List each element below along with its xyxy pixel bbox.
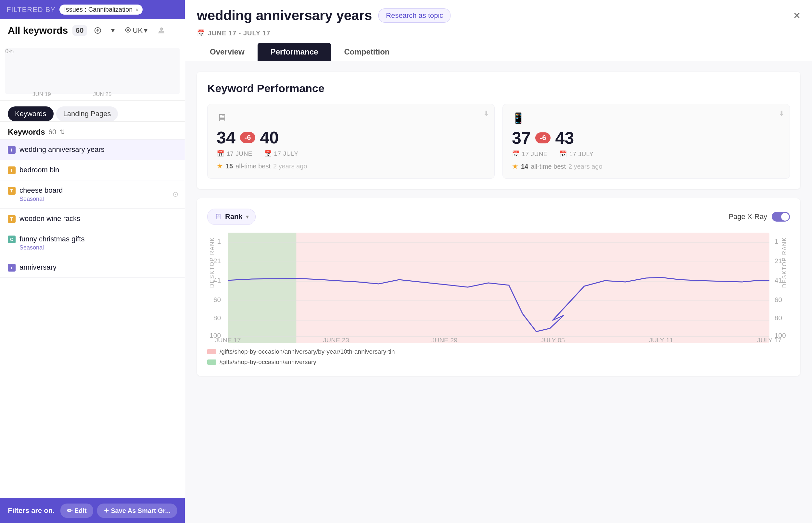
mobile-metric-numbers: 37 -6 43 <box>512 128 780 148</box>
svg-point-2 <box>160 28 163 31</box>
cal-small-icon4: 📅 <box>559 150 567 158</box>
keywords-section-count: 60 <box>48 128 56 136</box>
kw-name: wooden wine racks <box>19 214 80 223</box>
svg-text:JUNE 29: JUNE 29 <box>431 337 457 343</box>
desktop-small-icon: 🖥 <box>214 212 222 221</box>
legend-text-2: /gifts/shop-by-occasion/anniversary <box>220 359 316 366</box>
desktop-end-val: 40 <box>260 128 279 147</box>
mobile-metric-card: 📱 37 -6 43 📅 17 JUNE 📅 17 JULY <box>502 104 790 179</box>
legend-item-1: /gifts/shop-by-occasion/anniversary/by-y… <box>207 348 790 355</box>
right-panel: wedding anniversary years Research as to… <box>185 0 812 523</box>
detail-title: wedding anniversary years <box>197 8 372 23</box>
kw-badge-t: T <box>8 187 16 195</box>
svg-point-1 <box>127 29 129 31</box>
svg-text:60: 60 <box>775 296 782 303</box>
location-button[interactable]: UK ▾ <box>122 25 150 36</box>
rank-chart-svg: 1 21 41 60 80 100 1 21 41 60 80 100 JUNE… <box>207 233 790 343</box>
close-filter-icon[interactable]: × <box>135 7 139 13</box>
rank-chevron-down: ▾ <box>246 213 249 220</box>
tab-competition[interactable]: Competition <box>331 43 402 61</box>
svg-text:1: 1 <box>217 238 221 245</box>
svg-text:JUNE 17: JUNE 17 <box>215 337 241 343</box>
filter-chip[interactable]: Issues : Cannibalization × <box>59 4 143 15</box>
calendar-icon: 📅 <box>197 29 205 37</box>
desktop-icon: 🖥 <box>217 112 485 124</box>
kw-tag: Seasonal <box>19 244 85 251</box>
kw-name: bedroom bin <box>19 166 59 174</box>
svg-text:80: 80 <box>213 314 221 322</box>
svg-text:JULY 11: JULY 11 <box>649 337 673 343</box>
mobile-start-date: 📅 17 JUNE <box>512 150 548 158</box>
detail-tabs: Overview Performance Competition <box>197 43 800 61</box>
tab-landing-pages[interactable]: Landing Pages <box>56 106 118 121</box>
desktop-start-date: 📅 17 JUNE <box>217 150 253 157</box>
mobile-best-ago: 2 years ago <box>568 163 603 170</box>
detail-header: wedding anniversary years Research as to… <box>185 0 812 61</box>
list-item[interactable]: T cheese board Seasonal ⊙ <box>0 180 185 209</box>
rank-selector[interactable]: 🖥 Rank ▾ <box>207 209 256 225</box>
chart-date-1: JUN 19 <box>33 91 51 98</box>
kw-badge-i: i <box>8 146 16 154</box>
location-label: UK <box>133 26 143 35</box>
chart-date-2: JUN 25 <box>93 91 112 98</box>
desktop-best-ago: 2 years ago <box>273 163 307 170</box>
all-keywords-bar: All keywords 60 ▾ UK ▾ <box>0 19 185 42</box>
close-button[interactable]: × <box>794 10 800 21</box>
download-icon-mobile[interactable]: ⬇ <box>779 109 784 118</box>
mobile-start-val: 37 <box>512 128 531 148</box>
chart-area: 0% JUN 19 JUN 25 <box>0 42 185 101</box>
detail-title-left: wedding anniversary years Research as to… <box>197 8 450 23</box>
desktop-start-val: 34 <box>217 128 236 147</box>
svg-text:DESKTOP RANK: DESKTOP RANK <box>781 237 788 288</box>
tab-performance[interactable]: Performance <box>258 43 331 61</box>
toggle-knob <box>781 213 789 221</box>
save-smart-group-button[interactable]: ✦ Save As Smart Gr... <box>97 504 177 518</box>
detail-content: Keyword Performance 🖥 34 -6 40 📅 17 JUNE <box>185 61 812 523</box>
download-icon-desktop[interactable]: ⬇ <box>483 109 489 118</box>
chart-dates: JUN 19 JUN 25 <box>33 91 111 98</box>
mobile-best-label: all-time best <box>531 163 566 170</box>
keyword-performance-title: Keyword Performance <box>207 82 790 95</box>
sort-icon[interactable]: ⇅ <box>59 128 65 136</box>
chevron-down-icon[interactable]: ▾ <box>108 25 117 36</box>
action-icon: ⊙ <box>172 190 178 199</box>
keyword-performance-card: Keyword Performance 🖥 34 -6 40 📅 17 JUNE <box>197 72 800 189</box>
keyword-count-badge: 60 <box>72 25 87 36</box>
edit-button[interactable]: ✏ Edit <box>61 504 93 518</box>
mobile-icon: 📱 <box>512 112 780 124</box>
svg-text:80: 80 <box>775 314 782 322</box>
list-item[interactable]: T wooden wine racks <box>0 209 185 229</box>
tab-keywords[interactable]: Keywords <box>8 106 54 121</box>
rank-selector-label: Rank <box>225 213 243 221</box>
keywords-section-title: Keywords <box>8 127 45 137</box>
list-item[interactable]: i anniversary <box>0 257 185 278</box>
page-xray-label: Page X-Ray <box>728 213 767 221</box>
list-item[interactable]: T bedroom bin <box>0 160 185 180</box>
export-button[interactable] <box>91 25 104 35</box>
kw-badge-t: T <box>8 215 16 223</box>
tab-overview[interactable]: Overview <box>197 43 258 61</box>
legend-color-green <box>207 360 216 365</box>
rank-chart-card: 🖥 Rank ▾ Page X-Ray <box>197 198 800 376</box>
legend-color-pink <box>207 349 216 354</box>
svg-text:DESKTOP RANK: DESKTOP RANK <box>209 237 216 288</box>
svg-rect-3 <box>228 233 769 343</box>
keywords-tabs: Keywords Landing Pages <box>0 101 185 122</box>
mobile-best: ★ 14 all-time best 2 years ago <box>512 162 780 171</box>
kw-badge-c: C <box>8 236 16 244</box>
user-icon[interactable] <box>155 25 168 36</box>
svg-text:1: 1 <box>775 238 779 245</box>
research-as-topic-button[interactable]: Research as topic <box>378 8 450 23</box>
mobile-end-date: 📅 17 JULY <box>559 150 593 158</box>
page-xray-toggle-switch[interactable] <box>772 212 790 221</box>
kw-name: wedding anniversary years <box>19 145 105 154</box>
date-range-text: JUNE 17 - JULY 17 <box>208 30 271 37</box>
keyword-list: i wedding anniversary years T bedroom bi… <box>0 140 185 498</box>
list-item[interactable]: i wedding anniversary years <box>0 140 185 160</box>
desktop-metric-dates: 📅 17 JUNE 📅 17 JULY <box>217 150 485 157</box>
kw-name: cheese board <box>19 186 63 195</box>
list-item[interactable]: C funny christmas gifts Seasonal <box>0 229 185 257</box>
kw-tag: Seasonal <box>19 196 63 202</box>
page-title: All keywords <box>8 25 68 36</box>
mobile-change: -6 <box>535 132 551 143</box>
